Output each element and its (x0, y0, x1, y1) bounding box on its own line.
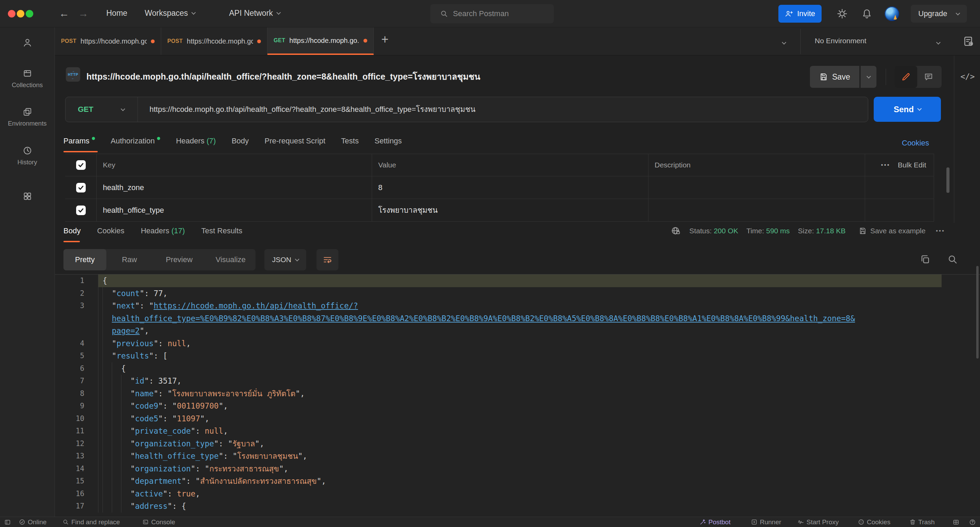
tab-body[interactable]: Body (231, 137, 248, 145)
param-checkbox[interactable] (65, 199, 96, 221)
more-options-dots[interactable]: ••• (881, 161, 890, 168)
upgrade-button[interactable]: Upgrade (911, 5, 967, 22)
url-input[interactable]: https://hcode.moph.go.th/api/health_offi… (137, 97, 868, 122)
response-tab-cookies[interactable]: Cookies (97, 227, 124, 235)
code-token: ": (214, 439, 228, 448)
copy-response-button[interactable] (920, 254, 931, 265)
console-toggle[interactable]: Console (142, 518, 175, 526)
comment-button[interactable] (917, 66, 940, 88)
view-pretty[interactable]: Pretty (64, 249, 106, 270)
sidebar-item-collections[interactable]: Collections (0, 69, 54, 89)
edit-button[interactable] (895, 66, 917, 88)
code-content: health_office_type=%E0%B9%82%E0%B8%A3%E0… (98, 312, 942, 325)
cookies-button[interactable]: Cookies (858, 518, 891, 526)
view-raw[interactable]: Raw (106, 249, 153, 270)
network-globe-icon[interactable] (671, 226, 681, 236)
sidebar-item-profile[interactable] (0, 38, 54, 47)
nav-workspaces[interactable]: Workspaces (145, 9, 195, 18)
postman-window: { "topbar": { "home": "Home", "workspace… (0, 0, 980, 527)
response-body-editor[interactable]: 1{2"count": 77,3"next": "https://hcode.m… (55, 274, 980, 517)
indent-guide (102, 337, 112, 350)
send-button[interactable]: Send (874, 97, 941, 122)
window-minimize-button[interactable] (17, 10, 24, 18)
help-icon[interactable] (969, 519, 976, 525)
params-scrollbar[interactable] (947, 168, 950, 193)
search-response-button[interactable] (947, 254, 958, 265)
online-status[interactable]: Online (19, 518, 47, 526)
sidebar-item-flows[interactable] (0, 192, 54, 201)
code-token: " (172, 401, 177, 410)
param-key[interactable]: health_zone (96, 176, 372, 199)
method-selector[interactable]: GET (65, 105, 137, 114)
param-description[interactable] (648, 176, 865, 199)
view-visualize[interactable]: Visualize (206, 249, 255, 270)
cookies-link[interactable]: Cookies (902, 139, 929, 147)
trash-button[interactable]: Trash (909, 518, 935, 526)
avatar[interactable] (885, 6, 899, 21)
environment-quick-look-icon[interactable] (963, 36, 975, 47)
nav-api-network[interactable]: API Network (229, 9, 280, 18)
tab-params[interactable]: Params (64, 137, 95, 145)
panels-layout-icon[interactable] (953, 519, 959, 525)
save-as-example-button[interactable]: Save as example (859, 227, 926, 235)
notifications-bell-icon[interactable] (861, 8, 872, 19)
response-more-dots[interactable]: ••• (936, 227, 945, 234)
forward-icon[interactable]: → (78, 8, 89, 19)
code-token: , (223, 426, 228, 435)
tab-list-chevron-icon[interactable] (783, 39, 786, 45)
search-input[interactable]: Search Postman (430, 4, 554, 23)
param-key[interactable]: health_office_type (96, 199, 372, 221)
param-value[interactable]: 8 (372, 176, 648, 199)
code-token: ": (154, 339, 168, 348)
settings-gear-icon[interactable] (837, 8, 848, 19)
invite-button[interactable]: Invite (778, 5, 822, 22)
response-scrollbar[interactable] (976, 266, 978, 359)
select-all-checkbox[interactable] (65, 154, 96, 176)
nav-home[interactable]: Home (106, 9, 127, 18)
new-tab-button[interactable]: + (381, 32, 388, 47)
window-close-button[interactable] (8, 10, 16, 18)
response-tab-headers[interactable]: Headers (17) (141, 227, 185, 235)
code-snippet-toggle[interactable]: </> (961, 72, 975, 81)
postbot-button[interactable]: Postbot (700, 518, 730, 526)
environment-chevron-icon[interactable] (937, 39, 940, 45)
tab-settings[interactable]: Settings (374, 137, 402, 145)
view-preview[interactable]: Preview (153, 249, 206, 270)
format-selector[interactable]: JSON (264, 249, 306, 270)
code-token: name (135, 389, 154, 398)
start-proxy-button[interactable]: Start Proxy (797, 518, 839, 526)
indent-guide (102, 425, 112, 438)
request-tab-2[interactable]: POST https://hcode.moph.gc (161, 27, 267, 55)
find-and-replace[interactable]: Find and replace (62, 518, 120, 526)
response-tab-body[interactable]: Body (64, 227, 81, 235)
request-tab-3-active[interactable]: GET https://hcode.moph.go. (267, 27, 374, 55)
runner-button[interactable]: Runner (751, 518, 781, 526)
indent-guide (121, 450, 130, 463)
back-icon[interactable]: ← (59, 8, 69, 19)
request-tab-1[interactable]: POST https://hcode.moph.gc (55, 27, 161, 55)
top-bar: ← → Home Workspaces API Network Search P… (0, 0, 980, 27)
tab-tests[interactable]: Tests (341, 137, 359, 145)
tab-authorization[interactable]: Authorization (111, 137, 160, 145)
code-token: true (177, 489, 196, 498)
code-link[interactable]: health_office_type=%E0%B9%82%E0%B8%A3%E0… (112, 314, 855, 323)
window-zoom-button[interactable] (26, 10, 33, 18)
param-description[interactable] (648, 199, 865, 221)
tab-headers[interactable]: Headers (7) (176, 137, 216, 145)
param-checkbox[interactable] (65, 176, 96, 199)
sidebar-item-history[interactable]: History (0, 146, 54, 166)
wrap-lines-button[interactable] (317, 249, 339, 270)
sidebar-toggle-icon[interactable] (4, 519, 11, 525)
save-options-chevron[interactable] (861, 66, 877, 88)
save-button[interactable]: Save (810, 66, 859, 88)
bulk-edit-link[interactable]: Bulk Edit (898, 161, 926, 169)
environment-selector[interactable]: No Environment (815, 37, 867, 45)
indent-guide (102, 400, 112, 412)
code-link[interactable]: page=2 (112, 326, 140, 335)
sidebar-item-environments[interactable]: Environments (0, 107, 54, 127)
response-tab-test-results[interactable]: Test Results (201, 227, 242, 235)
code-link[interactable]: https://hcode.moph.go.th/api/health_offi… (154, 301, 358, 310)
response-meta: Status: 200 OK Time: 590 ms Size: 17.18 … (671, 226, 945, 236)
tab-prerequest[interactable]: Pre-request Script (265, 137, 325, 145)
param-value[interactable]: โรงพยาบาลชุมชน (372, 199, 648, 221)
